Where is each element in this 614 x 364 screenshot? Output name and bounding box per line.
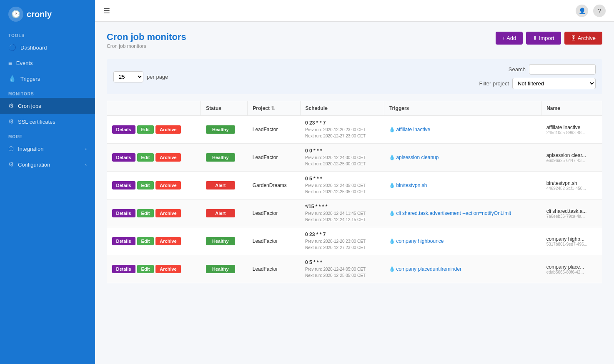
schedule-sub: Prev run: 2020-12-24 05:00 CETNext run: … (305, 182, 379, 195)
archive-row-button[interactable]: Archive (155, 265, 180, 273)
row-actions-cell: Details Edit Archive (107, 144, 201, 172)
project-cell: LeadFactor (248, 227, 300, 255)
name-sub: 5317b801-9ed7-496... (546, 242, 597, 247)
name-cell: cli shared.task.a... 7a6eeb36-79ca-4a... (541, 199, 602, 227)
filter-row: Filter project Not filtered (479, 78, 596, 89)
schedule-main: 0 23 * * 7 (305, 120, 379, 126)
schedule-cell: 0 5 * * * Prev run: 2020-12-24 05:00 CET… (300, 255, 384, 283)
trigger-cell: 💧bin/testvpn.sh (384, 172, 541, 199)
name-main: affiliate inactive (546, 125, 597, 130)
name-sub: e6d96a25-6447-43... (546, 158, 597, 163)
trigger-link[interactable]: 💧cli shared.task.advertisement --action=… (389, 210, 511, 216)
sidebar-item-configuration[interactable]: ⚙ Configuration ‹ (0, 157, 95, 172)
schedule-cell: */15 * * * * Prev run: 2020-12-24 11:45 … (300, 199, 384, 227)
integration-icon: ⬡ (8, 145, 14, 152)
more-section-label: MORE (0, 130, 95, 141)
search-label: Search (509, 66, 526, 72)
name-sub: edab5666-80f6-42... (546, 270, 597, 274)
col-name: Name (541, 101, 602, 116)
edit-button[interactable]: Edit (137, 209, 154, 217)
filter-project-select[interactable]: Not filtered (512, 78, 596, 89)
row-actions-cell: Details Edit Archive (107, 116, 201, 144)
details-button[interactable]: Details (112, 153, 135, 162)
add-button[interactable]: + Add (496, 32, 523, 45)
trigger-cell: 💧apisession cleanup (384, 144, 541, 172)
archive-button[interactable]: 🗄 Archive (564, 32, 602, 45)
name-sub: 245d10d5-8963-48... (546, 130, 597, 135)
user-icon[interactable]: 👤 (576, 5, 588, 17)
search-input[interactable] (529, 64, 596, 75)
table-header-row: Status Project ⇅ Schedule Triggers Name (107, 101, 602, 116)
row-actions-cell: Details Edit Archive (107, 199, 201, 227)
archive-row-button[interactable]: Archive (155, 209, 180, 217)
details-button[interactable]: Details (112, 125, 135, 134)
sidebar-item-ssl[interactable]: ⚙ SSL certificates (0, 114, 95, 130)
name-cell: company place... edab5666-80f6-42... (541, 255, 602, 283)
cron-jobs-table: Status Project ⇅ Schedule Triggers Name … (107, 101, 602, 283)
details-button[interactable]: Details (112, 265, 135, 273)
edit-button[interactable]: Edit (137, 265, 154, 273)
schedule-main: 0 23 * * 7 (305, 232, 379, 237)
trigger-link[interactable]: 💧affiliate inactive (389, 127, 430, 132)
status-badge: Healthy (206, 153, 235, 162)
sidebar-item-dashboard[interactable]: 🔵 Dashboard (0, 40, 95, 55)
header-actions: + Add ⬇ Import 🗄 Archive (496, 32, 602, 45)
project-cell: LeadFactor (248, 199, 300, 227)
table-row: Details Edit Archive HealthyLeadFactor 0… (107, 227, 602, 255)
project-cell: LeadFactor (248, 116, 300, 144)
trigger-link[interactable]: 💧company highbounce (389, 238, 444, 244)
status-badge: Healthy (206, 125, 235, 134)
details-button[interactable]: Details (112, 181, 135, 189)
details-button[interactable]: Details (112, 209, 135, 217)
project-cell: LeadFactor (248, 255, 300, 283)
status-badge: Alert (206, 181, 235, 189)
triggers-icon: 💧 (8, 75, 16, 82)
name-main: cli shared.task.a... (546, 208, 597, 214)
status-cell: Healthy (201, 227, 248, 255)
trigger-icon: 💧 (389, 266, 395, 272)
edit-button[interactable]: Edit (137, 153, 154, 162)
row-actions: Details Edit Archive (112, 181, 196, 189)
import-button[interactable]: ⬇ Import (526, 32, 561, 45)
status-cell: Alert (201, 199, 248, 227)
status-cell: Healthy (201, 144, 248, 172)
archive-row-button[interactable]: Archive (155, 237, 180, 245)
trigger-link[interactable]: 💧bin/testvpn.sh (389, 182, 427, 188)
search-row: Search (509, 64, 596, 75)
sidebar-item-triggers[interactable]: 💧 Triggers (0, 71, 95, 87)
col-status: Status (201, 101, 248, 116)
help-icon[interactable]: ? (593, 5, 606, 17)
status-cell: Alert (201, 172, 248, 199)
edit-button[interactable]: Edit (137, 125, 154, 134)
schedule-main: 0 5 * * * (305, 176, 379, 182)
trigger-cell: 💧cli shared.task.advertisement --action=… (384, 199, 541, 227)
schedule-cell: 0 23 * * 7 Prev run: 2020-12-20 23:00 CE… (300, 227, 384, 255)
edit-button[interactable]: Edit (137, 237, 154, 245)
row-actions: Details Edit Archive (112, 153, 196, 162)
page-subtitle: Cron job monitors (107, 43, 186, 49)
trigger-link[interactable]: 💧company placeduntilreminder (389, 266, 461, 272)
status-cell: Healthy (201, 116, 248, 144)
archive-row-button[interactable]: Archive (155, 125, 180, 134)
sidebar-item-integration[interactable]: ⬡ Integration ‹ (0, 141, 95, 157)
trigger-link[interactable]: 💧apisession cleanup (389, 155, 439, 160)
name-cell: apisession clear... e6d96a25-6447-43... (541, 144, 602, 172)
sidebar-item-events[interactable]: ≡ Events (0, 55, 95, 71)
logo-icon: 🕐 (8, 7, 23, 22)
edit-button[interactable]: Edit (137, 181, 154, 189)
content-area: Cron job monitors Cron job monitors + Ad… (95, 22, 614, 364)
row-actions: Details Edit Archive (112, 237, 196, 245)
table-row: Details Edit Archive HealthyLeadFactor 0… (107, 255, 602, 283)
sidebar-item-cron-jobs[interactable]: ⚙ Cron jobs (0, 98, 95, 114)
hamburger-button[interactable]: ☰ (103, 6, 110, 15)
per-page-select[interactable]: 25 10 50 100 (113, 71, 143, 82)
table-row: Details Edit Archive HealthyLeadFactor 0… (107, 116, 602, 144)
events-icon: ≡ (8, 60, 12, 67)
table-row: Details Edit Archive AlertLeadFactor */1… (107, 199, 602, 227)
archive-row-button[interactable]: Archive (155, 181, 180, 189)
details-button[interactable]: Details (112, 237, 135, 245)
archive-row-button[interactable]: Archive (155, 153, 180, 162)
search-group: Search Filter project Not filtered (479, 64, 596, 89)
per-page-group: 25 10 50 100 per page (113, 71, 168, 82)
table-controls: 25 10 50 100 per page Search Filter proj… (107, 59, 602, 94)
